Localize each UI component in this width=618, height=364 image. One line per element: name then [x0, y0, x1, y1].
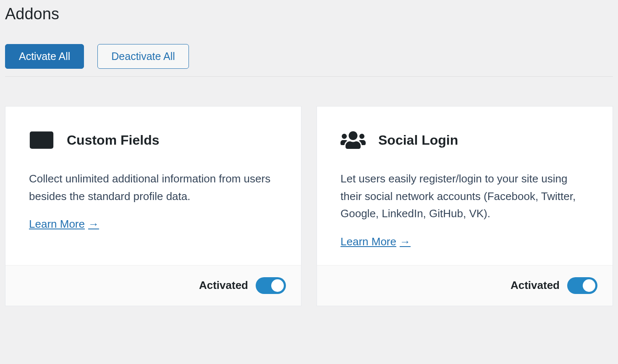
arrow-right-icon: →: [400, 235, 411, 248]
card-footer: Activated: [317, 265, 613, 306]
card-description: Collect unlimited additional information…: [29, 170, 278, 205]
status-label: Activated: [511, 279, 560, 292]
card-body: Social Login Let users easily register/l…: [317, 107, 613, 265]
arrow-right-icon: →: [88, 218, 99, 231]
learn-more-link[interactable]: Learn More →: [340, 235, 411, 248]
card-description: Let users easily register/login to your …: [340, 170, 589, 223]
card-header: Custom Fields: [29, 130, 278, 150]
learn-more-link[interactable]: Learn More →: [29, 218, 99, 231]
activation-toggle[interactable]: [256, 277, 286, 294]
toggle-handle: [271, 279, 284, 292]
card-header: Social Login: [340, 130, 589, 150]
card-footer: Activated: [5, 265, 301, 306]
action-button-row: Activate All Deactivate All: [5, 44, 613, 77]
addons-grid: Custom Fields Collect unlimited addition…: [5, 106, 613, 306]
addon-card-custom-fields: Custom Fields Collect unlimited addition…: [5, 106, 301, 306]
card-body: Custom Fields Collect unlimited addition…: [5, 107, 301, 265]
card-title: Social Login: [378, 133, 458, 148]
learn-more-text: Learn More: [29, 218, 85, 231]
page-title: Addons: [5, 5, 613, 23]
deactivate-all-button[interactable]: Deactivate All: [97, 44, 189, 69]
status-label: Activated: [199, 279, 248, 292]
card-title: Custom Fields: [67, 133, 159, 148]
activation-toggle[interactable]: [567, 277, 597, 294]
addon-card-social-login: Social Login Let users easily register/l…: [317, 106, 613, 306]
learn-more-text: Learn More: [340, 235, 396, 248]
toggle-handle: [583, 279, 595, 292]
users-icon: [340, 130, 366, 150]
inbox-icon: [29, 130, 54, 150]
activate-all-button[interactable]: Activate All: [5, 44, 84, 69]
